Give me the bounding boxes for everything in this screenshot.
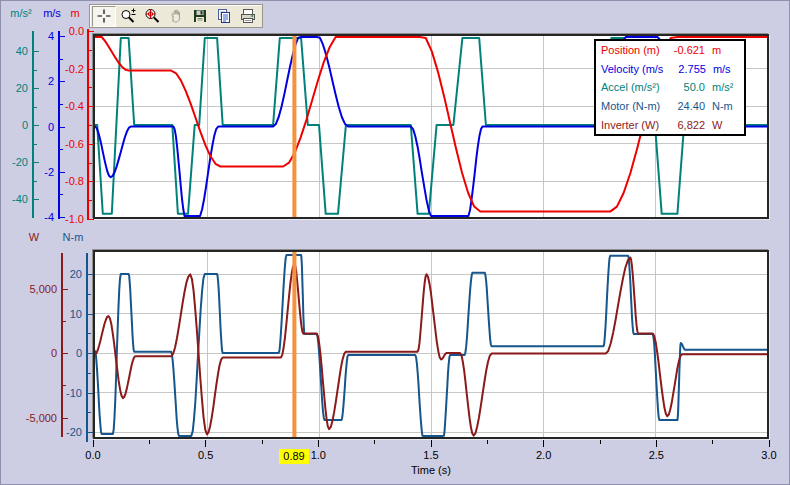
- axis-tick-label: 0: [19, 347, 57, 359]
- axis-tick-label: 4: [30, 30, 54, 42]
- x-axis-minor-tick: [262, 440, 263, 444]
- axis-tick-label: 5,000: [19, 283, 57, 295]
- legend-unit: m: [712, 44, 739, 56]
- axis-major-tick: [60, 127, 65, 128]
- axis-unit-label: m: [65, 7, 85, 20]
- x-axis-major-tick: [431, 440, 432, 447]
- x-axis-minor-tick: [600, 440, 601, 444]
- axis-minor-tick: [60, 194, 63, 195]
- axis-tick-label: 2: [30, 75, 54, 87]
- legend-row: Inverter (W)6,822W: [596, 115, 744, 134]
- x-axis-title: Time (s): [386, 464, 476, 476]
- legend-label: Motor (N-m): [601, 100, 661, 112]
- print-icon: [240, 8, 256, 24]
- axis-major-tick: [88, 314, 93, 315]
- x-axis-major-tick: [656, 440, 657, 447]
- pan-hand-icon: [168, 8, 184, 24]
- copy-button[interactable]: [212, 6, 236, 27]
- axis-major-tick: [88, 353, 93, 354]
- axis-tick-label: 20: [57, 268, 82, 280]
- zoom-in-out-button[interactable]: [116, 6, 140, 27]
- axis-major-tick: [60, 81, 65, 82]
- motion-analysis-window: 40200-20-40420-2-40.0-0.2-0.4-0.6-0.8-1.…: [0, 0, 790, 485]
- print-button[interactable]: [236, 6, 260, 27]
- legend-value: 24.40: [661, 100, 705, 112]
- axis-tick-label: -20: [3, 156, 28, 168]
- zoom-in-out-icon: [120, 8, 136, 24]
- legend-unit: W: [712, 119, 739, 131]
- legend-row: Position (m)-0.621m: [596, 41, 744, 60]
- x-axis-major-tick: [93, 440, 94, 447]
- axis-minor-tick: [89, 125, 92, 126]
- axis-tick-label: 10: [57, 308, 82, 320]
- axis-minor-tick: [34, 144, 37, 145]
- legend-unit: m/s²: [712, 81, 739, 93]
- axis-minor-tick: [88, 333, 91, 334]
- y-axis-line: [86, 253, 88, 442]
- x-axis-tick-label: 2.0: [527, 449, 561, 462]
- legend-label: Accel (m/s²): [601, 81, 661, 93]
- crosshair-cursor-button[interactable]: [92, 6, 116, 27]
- axis-minor-tick: [63, 321, 66, 322]
- legend-row: Velocity (m/s2.755m/s: [596, 60, 744, 79]
- axis-minor-tick: [34, 107, 37, 108]
- axis-tick-label: 0: [57, 347, 82, 359]
- time-cursor-line[interactable]: [292, 252, 296, 437]
- time-cursor-line[interactable]: [292, 36, 296, 217]
- axis-major-tick: [34, 51, 39, 52]
- axis-major-tick: [63, 289, 68, 290]
- axis-minor-tick: [88, 412, 91, 413]
- crosshair-cursor-icon: [96, 8, 112, 24]
- x-axis-major-tick: [318, 440, 319, 447]
- torque-power-canvas[interactable]: [95, 252, 767, 437]
- axis-major-tick: [34, 88, 39, 89]
- axis-major-tick: [88, 274, 93, 275]
- axis-major-tick: [60, 172, 65, 173]
- x-axis-tick-label: 0.0: [76, 449, 110, 462]
- zoom-target-button[interactable]: [140, 6, 164, 27]
- legend-value: 50.0: [661, 81, 705, 93]
- axis-tick-label: 0.0: [58, 25, 84, 37]
- x-axis-tick-label: 3.0: [752, 449, 786, 462]
- axis-tick-label: -5,000: [19, 412, 57, 424]
- save-button[interactable]: [188, 6, 212, 27]
- legend-unit: m/s: [713, 63, 739, 75]
- x-axis-tick-label: 1.5: [414, 449, 448, 462]
- axis-tick-label: -20: [57, 426, 82, 438]
- axis-tick-label: -0.8: [58, 175, 84, 187]
- axis-minor-tick: [34, 181, 37, 182]
- axis-major-tick: [89, 181, 94, 182]
- axis-tick-label: 40: [3, 45, 28, 57]
- axis-major-tick: [89, 106, 94, 107]
- y-axis-line: [61, 253, 63, 437]
- x-axis-major-tick: [205, 440, 206, 447]
- axis-minor-tick: [88, 294, 91, 295]
- x-axis-minor-tick: [712, 440, 713, 444]
- axis-tick-label: -10: [57, 387, 82, 399]
- axis-unit-label: W: [23, 231, 45, 244]
- axis-major-tick: [89, 69, 94, 70]
- axis-major-tick: [89, 31, 94, 32]
- axis-minor-tick: [88, 373, 91, 374]
- axis-tick-label: -0.6: [58, 138, 84, 150]
- axis-minor-tick: [89, 50, 92, 51]
- axis-minor-tick: [89, 87, 92, 88]
- torque-power-plot[interactable]: [93, 250, 769, 439]
- axis-major-tick: [34, 199, 39, 200]
- legend-unit: N-m: [712, 100, 739, 112]
- x-axis-tick-label: 2.5: [639, 449, 673, 462]
- x-axis-minor-tick: [374, 440, 375, 444]
- x-axis-major-tick: [769, 440, 770, 447]
- x-axis-minor-tick: [487, 440, 488, 444]
- legend-label: Inverter (W): [601, 119, 661, 131]
- axis-minor-tick: [60, 59, 63, 60]
- copy-icon: [216, 8, 232, 24]
- axis-unit-label: m/s²: [3, 7, 39, 20]
- pan-hand-button[interactable]: [164, 6, 188, 27]
- axis-tick-label: 0: [30, 121, 54, 133]
- axis-tick-label: -2: [30, 166, 54, 178]
- axis-major-tick: [88, 393, 93, 394]
- axis-major-tick: [88, 432, 93, 433]
- axis-tick-label: -1.0: [58, 213, 84, 225]
- legend-row: Motor (N-m)24.40N-m: [596, 97, 744, 116]
